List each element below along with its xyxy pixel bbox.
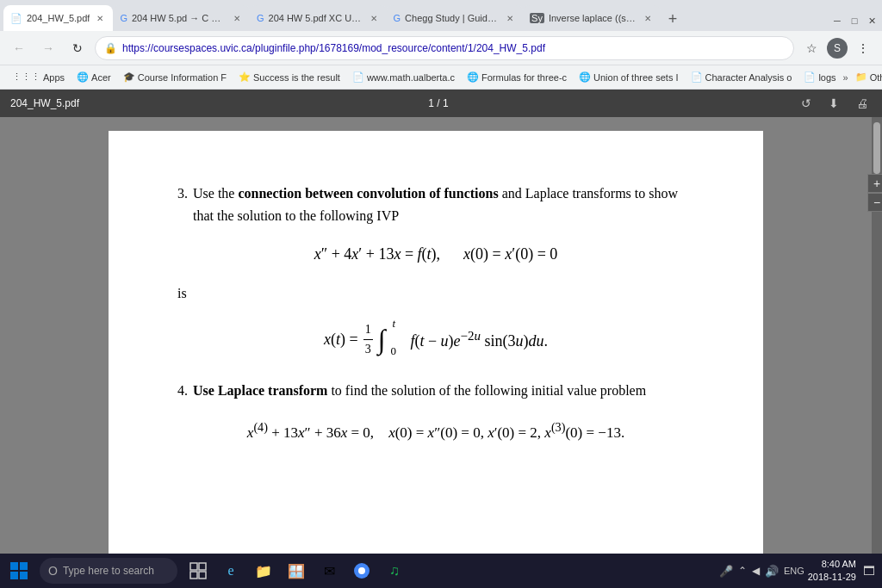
search-icon: O [48, 564, 58, 578]
bookmark-success[interactable]: ⭐ Success is the result [233, 70, 345, 84]
reload-button[interactable]: ↻ [65, 36, 90, 60]
pdf-print-button[interactable]: 🖨 [853, 95, 872, 112]
tab-2-label: 204 HW 5.pd → C E Apps Acer [132, 13, 227, 23]
tab-4[interactable]: G Chegg Study | Guided Solution ✕ [387, 5, 524, 31]
tab-label: 204_HW_5.pdf [27, 13, 90, 23]
file-explorer-button[interactable]: 📁 [248, 555, 279, 586]
windows-logo-icon [10, 562, 28, 579]
bookmark-apps[interactable]: ⋮⋮⋮ Apps [7, 70, 70, 84]
lock-icon: 🔒 [104, 42, 117, 54]
maximize-button[interactable]: □ [848, 14, 861, 28]
bookmark-math-label: www.math.ualberta.c [367, 72, 455, 83]
pdf-filename: 204_HW_5.pdf [10, 97, 79, 109]
tab-5[interactable]: Sy Inverse laplace ((s-4))/((s-2)(s ✕ [523, 5, 661, 31]
svg-rect-5 [199, 563, 206, 570]
tab-5-icon: Sy [530, 13, 544, 23]
notifications-icon[interactable]: 🗖 [863, 564, 875, 578]
tab-3-close-btn[interactable]: ✕ [368, 12, 380, 24]
url-text: https://coursespaces.uvic.ca/pluginfile.… [122, 42, 785, 54]
tab-3[interactable]: G 204 HW 5.pdf XC Use The Lap ✕ [250, 5, 387, 31]
tab-2[interactable]: G 204 HW 5.pd → C E Apps Acer ✕ [113, 5, 250, 31]
tab-2-icon: G [120, 13, 127, 23]
tab-3-label: 204 HW 5.pdf XC Use The Lap [269, 13, 363, 23]
tab-4-label: Chegg Study | Guided Solution [405, 13, 500, 23]
problem-3-number: 3. [177, 183, 188, 205]
bookmark-math[interactable]: 📄 www.math.ualberta.c [347, 70, 460, 84]
taskbar-search-text: Type here to search [63, 565, 154, 577]
chrome-taskbar-button[interactable] [346, 555, 377, 586]
chrome-icon [353, 562, 370, 579]
bookmark-acer[interactable]: 🌐 Acer [71, 70, 116, 84]
store-button[interactable]: 🪟 [281, 555, 312, 586]
bookmarks-star-button[interactable]: ☆ [799, 36, 823, 60]
svg-rect-6 [190, 572, 197, 579]
bookmark-logs[interactable]: 📄 logs [798, 70, 841, 84]
chrome-account-button[interactable]: S [827, 38, 848, 59]
edge-button[interactable]: e [215, 555, 246, 586]
scroll-thumb[interactable] [873, 122, 880, 174]
bookmark-course[interactable]: 🎓 Course Information F [118, 70, 232, 84]
tab-close-btn[interactable]: ✕ [94, 12, 106, 24]
bookmark-union-label: Union of three sets I [593, 72, 678, 83]
bookmark-character[interactable]: 📄 Character Analysis o [686, 70, 798, 84]
svg-point-9 [358, 567, 365, 574]
zoom-out-button[interactable]: − [867, 193, 882, 212]
file-explorer-icon: 📁 [255, 563, 272, 579]
svg-rect-0 [10, 562, 18, 570]
bookmark-character-label: Character Analysis o [705, 72, 792, 83]
bookmark-union[interactable]: 🌐 Union of three sets I [574, 70, 683, 84]
bookmark-other-label: Other bookmarks [870, 72, 882, 83]
close-window-button[interactable]: ✕ [865, 14, 879, 28]
bookmarks-more-button[interactable]: » [843, 72, 848, 83]
tab-active[interactable]: 📄 204_HW_5.pdf ✕ [3, 5, 113, 31]
apps-icon: ⋮⋮⋮ [12, 71, 40, 83]
edge-icon: e [227, 563, 233, 579]
start-button[interactable] [3, 555, 34, 586]
task-view-icon [189, 562, 207, 579]
bookmark-other[interactable]: 📁 Other bookmarks [850, 70, 882, 84]
system-clock: 8:40 AM 2018-11-29 [808, 558, 856, 585]
taskbar-right: 🎤 ⌃ ◀ 🔊 ENG 8:40 AM 2018-11-29 🗖 [719, 558, 879, 585]
tab-5-label: Inverse laplace ((s-4))/((s-2)(s [549, 13, 637, 23]
union-icon: 🌐 [579, 71, 591, 83]
taskbar: O Type here to search e 📁 🪟 [0, 554, 882, 588]
bookmark-formulas[interactable]: 🌐 Formulas for three-c [462, 70, 572, 84]
taskbar-search-box[interactable]: O Type here to search [40, 558, 177, 584]
back-button[interactable]: ← [7, 36, 31, 60]
minimize-button[interactable]: ─ [830, 14, 844, 28]
other-bookmarks-icon: 📁 [855, 71, 867, 83]
volume-icon[interactable]: 🔊 [765, 565, 779, 578]
pdf-viewport[interactable]: 3. Use the connection between convolutio… [0, 117, 872, 554]
spotify-button[interactable]: ♫ [379, 555, 410, 586]
extensions-button[interactable]: ⋮ [851, 36, 875, 60]
zoom-in-button[interactable]: + [867, 174, 882, 193]
forward-button[interactable]: → [36, 36, 60, 60]
course-icon: 🎓 [123, 71, 135, 83]
tab-2-close-btn[interactable]: ✕ [231, 12, 243, 24]
tab-3-icon: G [257, 13, 264, 23]
pdf-scrollbar[interactable]: + − [872, 117, 882, 554]
pdf-refresh-button[interactable]: ↺ [798, 95, 815, 112]
svg-rect-1 [20, 562, 28, 570]
problem-4: 4. Use Laplace transform to find the sol… [177, 380, 694, 443]
spotify-icon: ♫ [389, 563, 400, 579]
tab-5-close-btn[interactable]: ✕ [642, 12, 654, 24]
problem-4-text: Use Laplace transform to find the soluti… [193, 380, 646, 402]
bookmark-apps-label: Apps [43, 72, 65, 83]
character-icon: 📄 [691, 71, 703, 83]
task-view-button[interactable] [183, 555, 214, 586]
pdf-download-button[interactable]: ⬇ [825, 95, 842, 112]
bookmark-logs-label: logs [818, 72, 835, 83]
mail-button[interactable]: ✉ [314, 555, 345, 586]
new-tab-button[interactable]: + [661, 7, 685, 31]
tab-4-close-btn[interactable]: ✕ [504, 12, 516, 24]
success-icon: ⭐ [239, 71, 251, 83]
chevron-up-icon[interactable]: ⌃ [738, 565, 747, 577]
bookmark-course-label: Course Information F [138, 72, 227, 83]
window-controls: ─ □ ✕ [830, 14, 879, 31]
address-bar[interactable]: 🔒 https://coursespaces.uvic.ca/pluginfil… [95, 36, 794, 60]
language-label: ENG [784, 566, 804, 576]
nav-right-controls: ☆ S ⋮ [799, 36, 875, 60]
svg-rect-3 [20, 572, 28, 579]
problem-3-equation1: x″ + 4x′ + 13x = f(t), x(0) = x′(0) = 0 [177, 242, 694, 267]
